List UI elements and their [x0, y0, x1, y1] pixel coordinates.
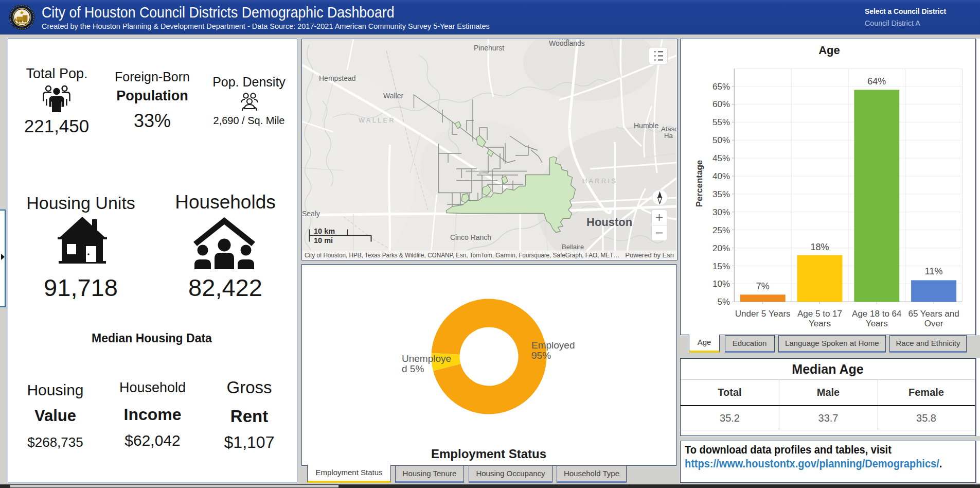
- svg-text:Houston: Houston: [586, 216, 632, 229]
- svg-text:City of Houston, HPB, Texas Pa: City of Houston, HPB, Texas Parks & Wild…: [305, 252, 619, 259]
- svg-text:Hempstead: Hempstead: [319, 74, 356, 82]
- svg-text:Years: Years: [866, 319, 888, 328]
- svg-text:Age 18 to 64: Age 18 to 64: [852, 309, 901, 319]
- svg-text:65%: 65%: [712, 82, 730, 92]
- svg-text:5%: 5%: [717, 297, 730, 307]
- svg-text:Under 5 Years: Under 5 Years: [735, 309, 791, 319]
- svg-text:The: The: [558, 39, 569, 41]
- svg-text:30%: 30%: [712, 207, 730, 217]
- svg-text:Age: Age: [818, 44, 840, 57]
- svg-text:Age 5 to 17: Age 5 to 17: [797, 309, 842, 319]
- svg-text:Years: Years: [809, 319, 831, 328]
- svg-text:7%: 7%: [756, 281, 770, 291]
- svg-text:Over: Over: [924, 319, 943, 328]
- svg-text:20%: 20%: [712, 243, 730, 253]
- svg-text:15%: 15%: [712, 262, 730, 271]
- svg-text:Waller: Waller: [383, 92, 403, 100]
- svg-text:11%: 11%: [925, 266, 943, 276]
- svg-text:Powered by Esri: Powered by Esri: [625, 251, 674, 259]
- svg-text:HARRIS: HARRIS: [582, 178, 617, 185]
- svg-text:10 mi: 10 mi: [314, 236, 333, 245]
- svg-text:Cinco Ranch: Cinco Ranch: [450, 233, 491, 241]
- svg-text:10 km: 10 km: [314, 227, 335, 235]
- svg-text:50%: 50%: [712, 135, 730, 145]
- svg-text:40%: 40%: [712, 171, 730, 181]
- svg-text:45%: 45%: [712, 153, 730, 163]
- svg-text:35%: 35%: [712, 189, 730, 199]
- svg-text:55%: 55%: [712, 117, 730, 127]
- svg-text:Ha: Ha: [664, 132, 673, 140]
- svg-text:Pinehurst: Pinehurst: [474, 44, 504, 52]
- svg-text:10%: 10%: [712, 279, 730, 289]
- svg-text:WALLER: WALLER: [359, 117, 396, 124]
- svg-text:18%: 18%: [810, 242, 829, 252]
- svg-text:25%: 25%: [712, 225, 730, 235]
- svg-text:Percentage: Percentage: [694, 160, 704, 207]
- svg-text:64%: 64%: [867, 76, 886, 86]
- svg-text:65 Years and: 65 Years and: [908, 309, 959, 319]
- svg-text:Bellaire: Bellaire: [562, 243, 584, 251]
- svg-text:60%: 60%: [712, 99, 730, 109]
- svg-text:Humble: Humble: [634, 121, 658, 130]
- svg-text:Sealy: Sealy: [302, 210, 320, 218]
